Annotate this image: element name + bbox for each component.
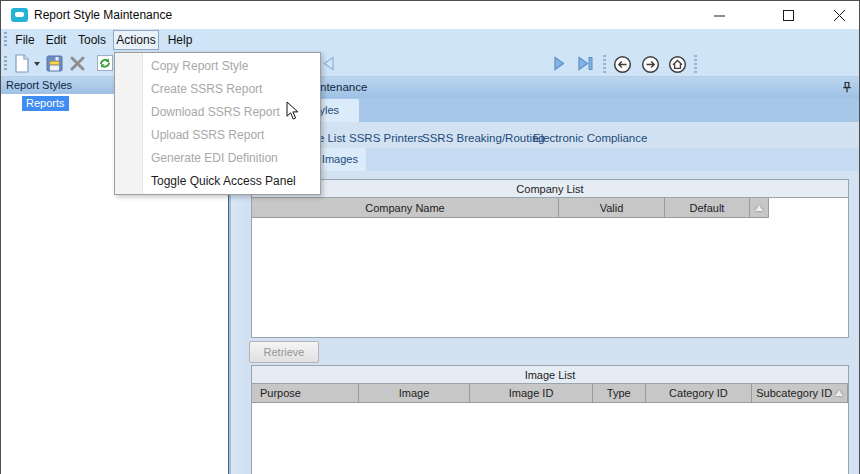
menu-item-generate-edi-definition[interactable]: Generate EDI Definition	[115, 147, 320, 170]
column-header-company-name[interactable]: Company Name	[252, 198, 559, 218]
minimize-button[interactable]	[701, 1, 737, 29]
toolbar-grip-handle[interactable]	[4, 56, 7, 72]
column-header-image-id[interactable]: Image ID	[470, 384, 593, 403]
actions-menu-popup: Copy Report Style Create SSRS Report Dow…	[114, 52, 321, 195]
refresh-icon[interactable]	[97, 55, 113, 71]
menu-edit[interactable]: Edit	[41, 30, 71, 50]
companies-images-tabstrip: Companies / Images	[249, 148, 860, 171]
mouse-cursor	[286, 101, 300, 121]
sort-ascending-icon[interactable]	[835, 390, 843, 396]
column-header-type[interactable]: Type	[593, 384, 646, 403]
column-header-subcategory-id[interactable]: Subcategory ID	[752, 384, 848, 403]
window-title: Report Style Maintenance	[34, 1, 172, 29]
menu-help[interactable]: Help	[163, 30, 197, 50]
report-styles-tabstrip: Report Styles	[249, 98, 860, 122]
close-button[interactable]	[821, 1, 857, 29]
menubar-grip-handle[interactable]	[4, 32, 7, 48]
menu-tools[interactable]: Tools	[73, 30, 111, 50]
menu-item-toggle-quick-access-panel[interactable]: Toggle Quick Access Panel	[115, 170, 320, 193]
maximize-button[interactable]	[770, 1, 806, 29]
toolbar-separator	[694, 55, 697, 73]
back-circle-icon[interactable]	[613, 55, 632, 74]
column-header-valid[interactable]: Valid	[559, 198, 665, 218]
tree-item-reports[interactable]: Reports	[22, 96, 69, 111]
delete-icon[interactable]	[70, 56, 85, 71]
image-list-title: Image List	[252, 366, 848, 384]
app-window: Report Style Maintenance File Edit Tools…	[0, 0, 860, 474]
toolbar-separator	[603, 55, 606, 73]
menu-item-create-ssrs-report[interactable]: Create SSRS Report	[115, 78, 320, 101]
retrieve-button[interactable]: Retrieve	[249, 341, 319, 363]
new-document-icon[interactable]	[14, 54, 30, 73]
column-header-subcategory-id-label: Subcategory ID	[756, 387, 832, 399]
previous-record-icon[interactable]	[322, 56, 335, 71]
main-panel-header: Report Style Maintenance	[229, 77, 860, 98]
image-list-body[interactable]	[252, 403, 848, 474]
last-record-icon[interactable]	[577, 56, 594, 71]
home-circle-icon[interactable]	[668, 55, 687, 74]
forward-circle-icon[interactable]	[641, 55, 660, 74]
image-list-group: Image List Purpose Image Image ID Type C…	[251, 365, 849, 474]
menu-item-copy-report-style[interactable]: Copy Report Style	[115, 55, 320, 78]
title-bar: Report Style Maintenance	[1, 1, 860, 29]
subtab-ssrs-breaking-routing[interactable]: SSRS Breaking/Routing	[422, 130, 545, 146]
column-header-image[interactable]: Image	[359, 384, 471, 403]
subtab-electronic-compliance[interactable]: Electronic Compliance	[533, 130, 647, 146]
company-list-body[interactable]	[252, 218, 848, 337]
company-list-title: Company List	[252, 180, 848, 198]
menu-file[interactable]: File	[11, 30, 39, 50]
company-list-group: Company List Company Name Valid Default	[251, 179, 849, 338]
app-logo-icon	[11, 8, 28, 22]
column-header-category-id[interactable]: Category ID	[646, 384, 753, 403]
sort-ascending-icon[interactable]	[750, 198, 769, 218]
new-document-dropdown-icon[interactable]	[34, 62, 40, 66]
save-icon[interactable]	[46, 55, 63, 72]
column-header-default[interactable]: Default	[665, 198, 750, 218]
pin-icon[interactable]	[841, 81, 853, 94]
column-header-purpose[interactable]: Purpose	[252, 384, 359, 403]
menu-item-upload-ssrs-report[interactable]: Upload SSRS Report	[115, 124, 320, 147]
menu-actions[interactable]: Actions	[113, 30, 159, 50]
next-record-icon[interactable]	[553, 56, 566, 71]
subtab-ssrs-printers[interactable]: SSRS Printers	[349, 130, 423, 146]
